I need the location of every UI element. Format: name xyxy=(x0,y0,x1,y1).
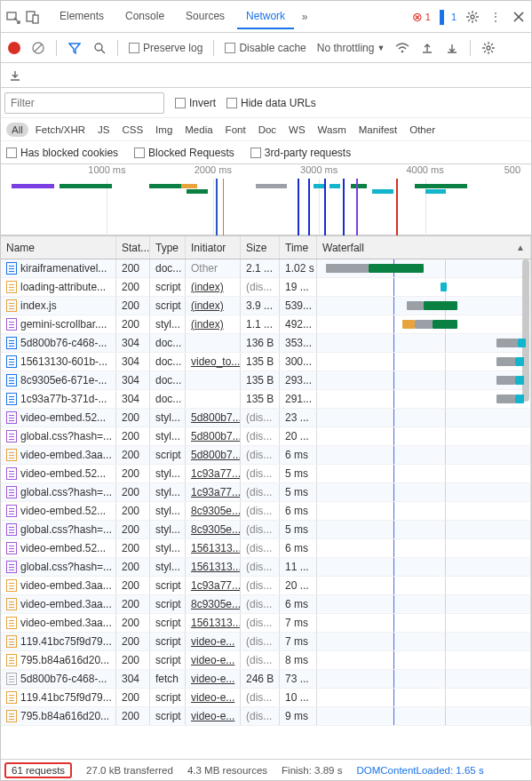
tab-elements[interactable]: Elements xyxy=(51,4,113,29)
type-pill-css[interactable]: CSS xyxy=(116,123,148,137)
filter-icon[interactable] xyxy=(67,41,82,55)
initiator-cell[interactable]: 1561313... xyxy=(186,558,241,576)
issue-badge[interactable]: ▌1 xyxy=(440,10,457,24)
initiator-cell[interactable]: video-e... xyxy=(186,651,241,669)
tab-network[interactable]: Network xyxy=(237,4,294,29)
initiator-cell[interactable]: 1561313... xyxy=(186,539,241,557)
request-row[interactable]: 1c93a77b-371d-...304doc...135 B291... xyxy=(1,390,531,409)
col-type[interactable]: Type xyxy=(150,236,186,259)
type-pill-ws[interactable]: WS xyxy=(283,123,311,137)
initiator-cell[interactable]: 1c93a77... xyxy=(186,577,241,594)
initiator-cell[interactable]: 1c93a77... xyxy=(186,483,241,501)
request-row[interactable]: kiraiframenativel...200doc...Other2.1 ..… xyxy=(1,259,531,278)
type-pill-manifest[interactable]: Manifest xyxy=(353,123,402,137)
request-row[interactable]: 795.b84a616d20...200scriptvideo-e...(dis… xyxy=(1,651,531,670)
kebab-icon[interactable]: ⋮ xyxy=(488,10,503,24)
request-row[interactable]: global.css?hash=...200styl...5d800b7...(… xyxy=(1,427,531,446)
col-status[interactable]: Stat... xyxy=(116,236,150,259)
third-party-checkbox[interactable]: 3rd-party requests xyxy=(250,147,351,159)
col-size[interactable]: Size xyxy=(241,236,280,259)
initiator-cell[interactable]: 5d800b7... xyxy=(186,409,241,426)
request-row[interactable]: 15613130-601b-...304doc...video_to...135… xyxy=(1,353,531,371)
record-button[interactable] xyxy=(8,42,20,54)
request-row[interactable]: 119.41bc75f9d79...200scriptvideo-e...(di… xyxy=(1,689,531,707)
initiator-cell[interactable]: 8c9305e... xyxy=(186,595,241,613)
initiator-cell[interactable]: 1561313... xyxy=(186,614,241,632)
col-time[interactable]: Time xyxy=(280,236,317,259)
filter-input[interactable] xyxy=(4,92,164,114)
initiator-cell[interactable]: 5d800b7... xyxy=(186,446,241,464)
request-row[interactable]: video-embed.52...200styl...1c93a77...(di… xyxy=(1,465,531,483)
hide-data-urls-checkbox[interactable]: Hide data URLs xyxy=(226,97,316,109)
initiator-cell[interactable]: (index) xyxy=(186,297,241,315)
col-waterfall[interactable]: Waterfall▲ xyxy=(317,236,531,259)
initiator-cell[interactable]: (index) xyxy=(186,315,241,333)
request-row[interactable]: loading-attribute...200script(index)(dis… xyxy=(1,278,531,297)
initiator-cell[interactable]: video-e... xyxy=(186,689,241,706)
error-badge[interactable]: ⊗1 xyxy=(412,10,431,24)
request-row[interactable]: index.js200script(index)3.9 ...539... xyxy=(1,297,531,315)
request-row[interactable]: video-embed.52...200styl...8c9305e...(di… xyxy=(1,502,531,521)
download-icon[interactable] xyxy=(445,41,459,55)
type-pill-img[interactable]: Img xyxy=(150,123,178,137)
type-pill-wasm[interactable]: Wasm xyxy=(313,123,352,137)
search-icon[interactable] xyxy=(92,41,107,55)
tab-console[interactable]: Console xyxy=(116,4,173,29)
request-row[interactable]: video-embed.3aa...200script5d800b7...(di… xyxy=(1,446,531,465)
request-row[interactable]: global.css?hash=...200styl...1c93a77...(… xyxy=(1,483,531,502)
initiator-cell[interactable]: 8c9305e... xyxy=(186,502,241,520)
type-pill-fetchxhr[interactable]: Fetch/XHR xyxy=(30,123,91,137)
request-row[interactable]: 5d800b76-c468-...304fetchvideo-e...246 B… xyxy=(1,670,531,689)
initiator-cell[interactable]: 5d800b7... xyxy=(186,427,241,445)
invert-checkbox[interactable]: Invert xyxy=(175,97,216,109)
export-har-icon[interactable] xyxy=(8,68,22,83)
request-row[interactable]: video-embed.3aa...200script1561313...(di… xyxy=(1,614,531,633)
wifi-icon[interactable] xyxy=(395,41,409,55)
request-row[interactable]: 795.b84a616d20...200scriptvideo-e...(dis… xyxy=(1,707,531,726)
file-icon xyxy=(6,337,17,349)
time-cell: 8 ms xyxy=(280,651,317,669)
request-row[interactable]: video-embed.3aa...200script8c9305e...(di… xyxy=(1,595,531,614)
initiator-cell[interactable]: video-e... xyxy=(186,707,241,725)
request-row[interactable]: global.css?hash=...200styl...8c9305e...(… xyxy=(1,521,531,539)
request-row[interactable]: 8c9305e6-671e-...304doc...135 B293... xyxy=(1,371,531,390)
request-row[interactable]: video-embed.52...200styl...5d800b7...(di… xyxy=(1,409,531,427)
request-row[interactable]: video-embed.52...200styl...1561313...(di… xyxy=(1,539,531,558)
request-row[interactable]: 119.41bc75f9d79...200scriptvideo-e...(di… xyxy=(1,633,531,651)
blocked-cookies-checkbox[interactable]: Has blocked cookies xyxy=(6,147,118,159)
close-icon[interactable] xyxy=(512,10,526,24)
type-pill-js[interactable]: JS xyxy=(92,123,115,137)
settings-icon[interactable] xyxy=(465,10,480,24)
initiator-cell[interactable]: video-e... xyxy=(186,633,241,650)
device-toolbar-icon[interactable] xyxy=(26,10,40,24)
clear-icon[interactable] xyxy=(31,41,45,55)
toolbar-settings-icon[interactable] xyxy=(481,41,496,55)
type-pill-other[interactable]: Other xyxy=(404,123,441,137)
type-pill-media[interactable]: Media xyxy=(179,123,218,137)
request-row[interactable]: video-embed.3aa...200script1c93a77...(di… xyxy=(1,577,531,595)
upload-icon[interactable] xyxy=(420,41,434,55)
more-tabs-icon[interactable]: » xyxy=(298,10,312,24)
col-initiator[interactable]: Initiator xyxy=(186,236,241,259)
inspect-icon[interactable] xyxy=(6,10,20,24)
request-row[interactable]: global.css?hash=...200styl...1561313...(… xyxy=(1,558,531,577)
timeline-overview[interactable]: 1000 ms2000 ms3000 ms4000 ms500 xyxy=(1,164,531,235)
request-row[interactable]: 5d800b76-c468-...304doc...136 B353... xyxy=(1,334,531,353)
type-pill-doc[interactable]: Doc xyxy=(253,123,282,137)
col-name[interactable]: Name xyxy=(1,236,116,259)
disable-cache-checkbox[interactable]: Disable cache xyxy=(225,42,306,54)
initiator-cell[interactable]: video_to... xyxy=(186,353,241,371)
initiator-cell[interactable]: 8c9305e... xyxy=(186,521,241,538)
initiator-cell[interactable]: video-e... xyxy=(186,670,241,688)
type-pill-font[interactable]: Font xyxy=(220,123,251,137)
throttling-dropdown[interactable]: No throttling▼ xyxy=(317,42,385,54)
grid-body[interactable]: kiraiframenativel...200doc...Other2.1 ..… xyxy=(1,259,531,759)
initiator-cell[interactable]: (index) xyxy=(186,278,241,296)
preserve-log-checkbox[interactable]: Preserve log xyxy=(129,42,202,54)
initiator-cell[interactable]: 1c93a77... xyxy=(186,465,241,482)
file-icon xyxy=(6,318,17,331)
request-row[interactable]: gemini-scrollbar....200styl...(index)1.1… xyxy=(1,315,531,334)
tab-sources[interactable]: Sources xyxy=(177,4,234,29)
blocked-requests-checkbox[interactable]: Blocked Requests xyxy=(134,147,234,159)
type-pill-all[interactable]: All xyxy=(6,123,28,137)
